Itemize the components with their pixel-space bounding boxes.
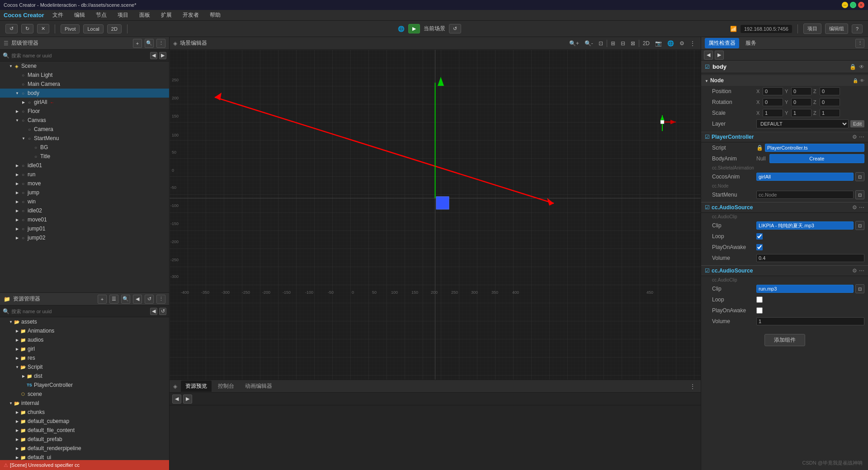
assets-item-default-cubemap[interactable]: 📁 default_cubemap: [0, 417, 169, 426]
menu-file[interactable]: 文件: [50, 10, 66, 20]
scale-y-input[interactable]: [791, 109, 811, 117]
local-button[interactable]: Local: [83, 24, 103, 33]
start-menu-input[interactable]: [756, 191, 854, 199]
tree-node-start-menu[interactable]: StartMenu: [0, 134, 169, 143]
undo-button[interactable]: ↺: [5, 24, 18, 33]
inspector-forward[interactable]: ▶: [715, 51, 724, 60]
project-button[interactable]: 项目: [803, 24, 821, 34]
menu-developer[interactable]: 开发者: [180, 10, 202, 20]
assets-refresh-button[interactable]: ↺: [145, 295, 154, 304]
tree-node-main-light[interactable]: Main Light: [0, 70, 169, 80]
audio2-clip-pick-btn[interactable]: ⊡: [855, 284, 864, 293]
tab-service[interactable]: 服务: [742, 38, 760, 48]
tree-node-idle01[interactable]: idle01: [0, 161, 169, 170]
bottom-forward[interactable]: ▶: [183, 395, 192, 404]
layer-edit-button[interactable]: Edit: [850, 120, 864, 127]
scene-zoom-out[interactable]: 🔍-: [583, 39, 595, 47]
hierarchy-add-button[interactable]: +: [133, 39, 142, 48]
cocos-anim-pick-btn[interactable]: ⊡: [855, 172, 864, 181]
2d-button[interactable]: 2D: [107, 24, 122, 33]
audio1-gear[interactable]: ⚙: [852, 204, 857, 211]
layer-dropdown[interactable]: DEFAULT: [756, 119, 849, 128]
scene-tool1[interactable]: ⊞: [609, 39, 617, 47]
editor-button[interactable]: 编辑组: [825, 24, 848, 34]
scene-viewport[interactable]: 250 200 150 100 50 0 -50 -100 -150 -200 …: [170, 50, 701, 380]
assets-item-scripit[interactable]: 📂 Scripit: [0, 362, 169, 371]
audio1-playonawake-checkbox[interactable]: [756, 244, 763, 250]
tree-node-move01[interactable]: move01: [0, 215, 169, 224]
audio1-clip-input[interactable]: [756, 221, 854, 230]
maximize-button[interactable]: □: [850, 2, 856, 8]
node-section-header[interactable]: Node 🔒 👁: [701, 75, 868, 86]
audio2-clip-input[interactable]: [756, 285, 854, 293]
start-menu-pick-btn[interactable]: ⊡: [855, 190, 864, 199]
tree-node-body[interactable]: body: [0, 89, 169, 98]
assets-item-animations[interactable]: 📁 Animations: [0, 326, 169, 335]
audio2-loop-checkbox[interactable]: [756, 296, 763, 303]
tree-node-floor[interactable]: Floor: [0, 107, 169, 116]
minimize-button[interactable]: ─: [842, 2, 848, 8]
assets-search-button[interactable]: 🔍: [121, 295, 130, 304]
tree-node-bg[interactable]: BG: [0, 143, 169, 152]
menu-help[interactable]: 帮助: [207, 10, 223, 20]
audio1-clip-pick-btn[interactable]: ⊡: [855, 221, 864, 230]
assets-item-chunks[interactable]: 📁 chunks: [0, 408, 169, 417]
player-controller-checkbox[interactable]: [705, 134, 710, 140]
assets-item-girl[interactable]: 📁 girl: [0, 344, 169, 353]
player-controller-gear[interactable]: ⚙: [852, 134, 857, 140]
tab-animation-editor[interactable]: 动画编辑器: [241, 381, 277, 392]
scene-settings[interactable]: ⚙: [678, 39, 686, 47]
redo-button[interactable]: ↻: [21, 24, 33, 33]
assets-search-collapse[interactable]: ◀: [150, 308, 157, 315]
tree-node-main-camera[interactable]: Main Camera: [0, 80, 169, 89]
assets-item-assets[interactable]: 📂 assets: [0, 317, 169, 326]
menu-project[interactable]: 项目: [115, 10, 131, 20]
position-y-input[interactable]: [791, 87, 811, 95]
tree-node-run[interactable]: run: [0, 170, 169, 179]
player-controller-more[interactable]: ⋯: [859, 134, 864, 140]
assets-search-refresh[interactable]: ↺: [159, 308, 166, 315]
inspector-content[interactable]: body 🔒 👁 Node 🔒 👁 Position: [701, 61, 868, 470]
menu-extend[interactable]: 扩展: [158, 10, 175, 20]
bottom-more-btn[interactable]: ⋮: [688, 382, 697, 390]
assets-more-button[interactable]: ⋮: [156, 295, 165, 304]
scene-globe[interactable]: 🌐: [665, 39, 676, 47]
hierarchy-search-input[interactable]: [11, 53, 148, 58]
tree-node-move[interactable]: move: [0, 179, 169, 188]
hierarchy-tree[interactable]: ◈ Scene Main Light Main Camera: [0, 61, 169, 292]
audio1-volume-input[interactable]: [756, 254, 864, 262]
assets-search-input[interactable]: [11, 309, 148, 314]
refresh-button[interactable]: ↺: [449, 24, 461, 33]
menu-node[interactable]: 节点: [93, 10, 109, 20]
audio2-checkbox[interactable]: [705, 268, 710, 274]
add-component-button[interactable]: 添加组件: [764, 334, 805, 346]
position-z-input[interactable]: [820, 87, 840, 95]
scene-camera[interactable]: 📷: [653, 39, 664, 47]
assets-item-internal[interactable]: 📂 internal: [0, 399, 169, 408]
tree-node-scene[interactable]: ◈ Scene: [0, 61, 169, 70]
cocos-anim-input[interactable]: [756, 173, 854, 181]
scale-x-input[interactable]: [763, 109, 783, 117]
audio2-more[interactable]: ⋯: [859, 268, 864, 274]
play-button[interactable]: ▶: [408, 24, 420, 33]
tree-node-title[interactable]: Title: [0, 152, 169, 161]
hierarchy-collapse-button[interactable]: ◀: [150, 52, 157, 59]
scale-z-input[interactable]: [820, 109, 840, 117]
menu-edit[interactable]: 编辑: [71, 10, 88, 20]
delete-button[interactable]: ✕: [37, 24, 49, 33]
tree-node-jump[interactable]: jump: [0, 188, 169, 197]
close-button[interactable]: ✕: [858, 2, 864, 8]
tree-node-camera[interactable]: Camera: [0, 125, 169, 134]
audio2-playonawake-checkbox[interactable]: [756, 307, 763, 314]
assets-add-button[interactable]: +: [98, 295, 107, 304]
assets-list-button[interactable]: ☰: [109, 295, 118, 304]
scene-tool2[interactable]: ⊟: [619, 39, 627, 47]
assets-item-default-ui[interactable]: 📁 default_ui: [0, 453, 169, 460]
assets-item-default-renderpipeline[interactable]: 📁 default_renderpipeline: [0, 444, 169, 453]
rotation-x-input[interactable]: [763, 98, 783, 106]
tab-assets-preview[interactable]: 资源预览: [181, 381, 212, 392]
tree-node-girl-all[interactable]: girlAll ←: [0, 98, 169, 107]
script-input[interactable]: [765, 144, 864, 152]
assets-item-audios[interactable]: 📁 audios: [0, 335, 169, 344]
assets-tree[interactable]: 📂 assets 📁 Animations 📁 audios: [0, 317, 169, 460]
